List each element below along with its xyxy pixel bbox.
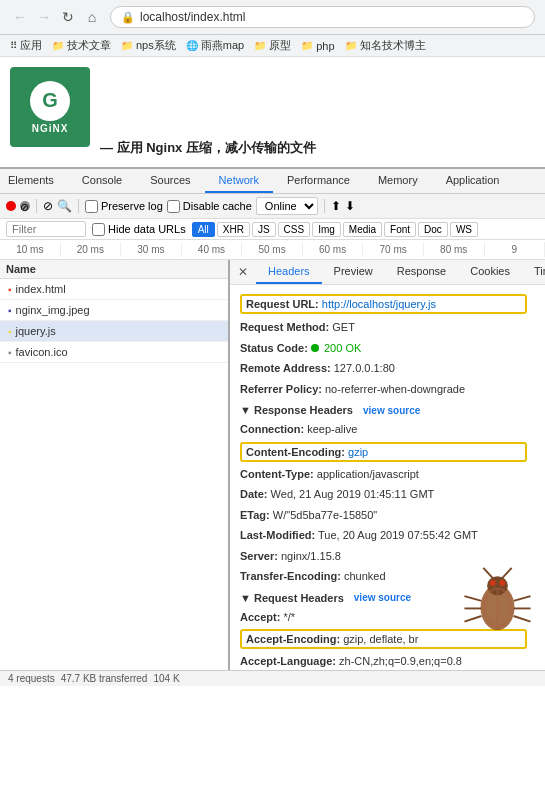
nginx-g-icon: G	[30, 81, 70, 121]
page-heading: — 应用 Nginx 压缩，减小传输的文件	[100, 140, 316, 155]
throttle-select[interactable]: Online	[256, 197, 318, 215]
headers-panel: ✕ Headers Preview Response Cookies Timin…	[230, 260, 545, 670]
tab-preview[interactable]: Preview	[322, 260, 385, 284]
filter-font[interactable]: Font	[384, 222, 416, 237]
tab-console[interactable]: Console	[68, 169, 136, 193]
tab-headers[interactable]: Headers	[256, 260, 322, 284]
file-list: Name ▪ index.html ▪ nginx_img.jpeg ▪ jqu…	[0, 260, 230, 670]
file-name-favicon: favicon.ico	[16, 346, 68, 358]
tab-timing[interactable]: Timing	[522, 260, 545, 284]
record-button[interactable]	[6, 201, 16, 211]
import-icon[interactable]: ⬆	[331, 199, 341, 213]
status-code-row: Status Code: 200 OK	[240, 338, 535, 359]
response-headers-title: ▼ Response Headers view source	[240, 399, 535, 419]
etag-key: ETag:	[240, 509, 270, 521]
filter-doc[interactable]: Doc	[418, 222, 448, 237]
forward-button[interactable]: →	[34, 7, 54, 27]
requests-count: 4 requests	[8, 673, 55, 684]
tab-network[interactable]: Network	[205, 169, 273, 193]
accept-encoding-row: Accept-Encoding: gzip, deflate, br	[240, 629, 527, 649]
response-view-source[interactable]: view source	[363, 405, 420, 416]
content-type-value: application/javascript	[317, 468, 419, 480]
accept-language-key: Accept-Language:	[240, 655, 336, 667]
filter-xhr[interactable]: XHR	[217, 222, 250, 237]
transfer-encoding-key: Transfer-Encoding:	[240, 570, 341, 582]
clear-button[interactable]: ⊘	[20, 201, 30, 211]
disable-cache-checkbox[interactable]: Disable cache	[167, 200, 252, 213]
tab-response[interactable]: Response	[385, 260, 459, 284]
tab-cookies[interactable]: Cookies	[458, 260, 522, 284]
referrer-policy-value: no-referrer-when-downgrade	[325, 383, 465, 395]
bookmark-proto[interactable]: 📁 原型	[254, 38, 291, 53]
devtools-tabs: Elements Console Sources Network Perform…	[0, 169, 545, 194]
nav-buttons: ← → ↻ ⌂	[10, 7, 102, 27]
timeline-70ms: 70 ms	[363, 242, 424, 257]
html-file-icon: ▪	[8, 284, 12, 295]
address-bar[interactable]: 🔒 localhost/index.html	[110, 6, 535, 28]
export-icon[interactable]: ⬇	[345, 199, 355, 213]
bookmark-apps[interactable]: ⠿ 应用	[10, 38, 42, 53]
filter-media[interactable]: Media	[343, 222, 382, 237]
filter-ws[interactable]: WS	[450, 222, 478, 237]
file-item-nginx-img[interactable]: ▪ nginx_img.jpeg	[0, 300, 228, 321]
accept-row: Accept: */*	[240, 607, 535, 628]
tab-elements[interactable]: Elements	[0, 169, 68, 193]
file-item-jquery[interactable]: ▪ jquery.js	[0, 321, 228, 342]
tab-application[interactable]: Application	[432, 169, 514, 193]
refresh-button[interactable]: ↻	[58, 7, 78, 27]
last-modified-key: Last-Modified:	[240, 529, 315, 541]
transfer-encoding-value: chunked	[344, 570, 386, 582]
date-row: Date: Wed, 21 Aug 2019 01:45:11 GMT	[240, 484, 535, 505]
bookmark-blog[interactable]: 📁 知名技术博主	[345, 38, 426, 53]
request-method-value: GET	[332, 321, 355, 333]
filter-icon[interactable]: ⊘	[43, 199, 53, 213]
tab-memory[interactable]: Memory	[364, 169, 432, 193]
resources-size: 104 K	[153, 673, 179, 684]
back-button[interactable]: ←	[10, 7, 30, 27]
last-modified-value: Tue, 20 Aug 2019 07:55:42 GMT	[318, 529, 478, 541]
request-headers-title: ▼ Request Headers view source	[240, 587, 535, 607]
content-type-key: Content-Type:	[240, 468, 314, 480]
bookmark-tech[interactable]: 📁 技术文章	[52, 38, 111, 53]
search-icon[interactable]: 🔍	[57, 199, 72, 213]
headers-content: Request URL: http://localhost/jquery.js …	[230, 285, 545, 670]
network-main: Name ▪ index.html ▪ nginx_img.jpeg ▪ jqu…	[0, 260, 545, 670]
remote-address-value: 127.0.0.1:80	[334, 362, 395, 374]
timeline-20ms: 20 ms	[61, 242, 122, 257]
bookmark-tech-label: 技术文章	[67, 38, 111, 53]
filter-input[interactable]	[6, 221, 86, 237]
remote-address-key: Remote Address:	[240, 362, 331, 374]
file-name-nginx-img: nginx_img.jpeg	[16, 304, 90, 316]
request-view-source[interactable]: view source	[354, 592, 411, 603]
file-item-favicon[interactable]: ▪ favicon.ico	[0, 342, 228, 363]
bookmark-php[interactable]: 📁 php	[301, 40, 334, 52]
toolbar-divider-3	[324, 199, 325, 213]
home-button[interactable]: ⌂	[82, 7, 102, 27]
preserve-log-checkbox[interactable]: Preserve log	[85, 200, 163, 213]
globe-icon: 🌐	[186, 40, 198, 51]
request-method-key: Request Method:	[240, 321, 329, 333]
filter-all[interactable]: All	[192, 222, 215, 237]
last-modified-row: Last-Modified: Tue, 20 Aug 2019 07:55:42…	[240, 525, 535, 546]
filter-js[interactable]: JS	[252, 222, 276, 237]
filter-img[interactable]: Img	[312, 222, 341, 237]
transfer-encoding-row: Transfer-Encoding: chunked	[240, 566, 535, 587]
close-panel-button[interactable]: ✕	[230, 261, 256, 283]
bookmark-nps[interactable]: 📁 nps系统	[121, 38, 176, 53]
filter-css[interactable]: CSS	[278, 222, 311, 237]
apps-icon: ⠿	[10, 40, 17, 51]
connection-key: Connection:	[240, 423, 304, 435]
content-encoding-value: gzip	[348, 446, 368, 458]
bookmark-map-label: 雨燕map	[201, 38, 244, 53]
accept-language-row: Accept-Language: zh-CN,zh;q=0.9,en;q=0.8	[240, 651, 535, 670]
timeline-60ms: 60 ms	[303, 242, 364, 257]
tab-sources[interactable]: Sources	[136, 169, 204, 193]
file-item-index[interactable]: ▪ index.html	[0, 279, 228, 300]
bookmark-map[interactable]: 🌐 雨燕map	[186, 38, 244, 53]
tab-performance[interactable]: Performance	[273, 169, 364, 193]
connection-value: keep-alive	[307, 423, 357, 435]
referrer-policy-key: Referrer Policy:	[240, 383, 322, 395]
hide-data-urls-checkbox[interactable]: Hide data URLs	[92, 223, 186, 236]
filter-types: All XHR JS CSS Img Media Font Doc WS	[192, 222, 478, 237]
url-text: localhost/index.html	[140, 10, 245, 24]
